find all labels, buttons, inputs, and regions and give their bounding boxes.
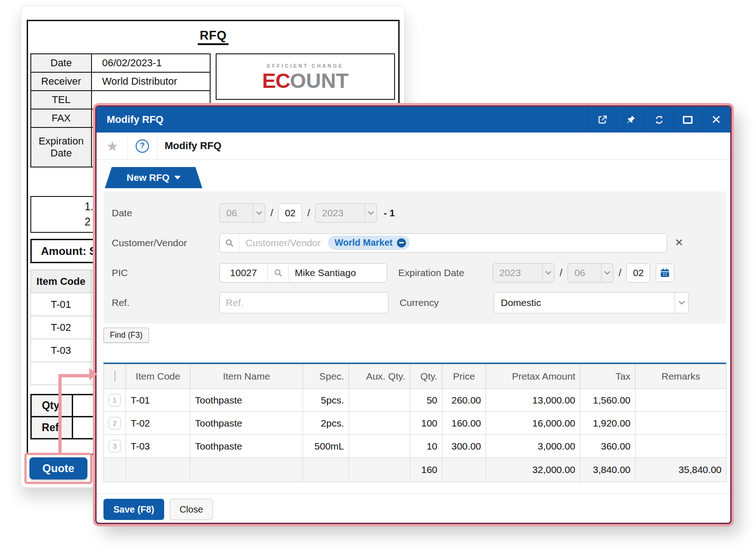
item-name-cell[interactable]: Toothpaste <box>190 412 303 435</box>
item-code-cell[interactable]: T-02 <box>126 412 190 435</box>
ref-input[interactable] <box>219 292 389 313</box>
tax-cell[interactable]: 1,920.00 <box>580 412 636 435</box>
aux-qty-cell[interactable] <box>349 435 410 458</box>
column-header-item-name: Item Name <box>190 364 303 389</box>
customer-vendor-placeholder: Customer/Vendor <box>246 237 321 248</box>
help-icon[interactable]: ? <box>136 139 149 153</box>
aux-qty-cell[interactable] <box>349 412 410 435</box>
price-cell[interactable]: 260.00 <box>442 389 486 412</box>
grid-row-2: 2 T-02 Toothpaste 2pcs. 100 160.00 16,00… <box>104 412 727 435</box>
header-divider <box>157 133 157 159</box>
annotation-arrow-head <box>89 368 97 380</box>
currency-select[interactable]: Domestic <box>494 292 689 313</box>
refresh-icon <box>654 115 664 125</box>
total-qty: 160 <box>410 458 442 482</box>
expiration-year-select[interactable]: 2023 <box>493 263 555 283</box>
row-number-cell: 3 <box>104 435 126 458</box>
remarks-cell[interactable] <box>636 389 727 412</box>
info-label: Expiration Date <box>31 127 92 167</box>
info-label: Receiver <box>31 72 92 91</box>
chevron-down-icon <box>675 293 688 313</box>
select-all-checkbox[interactable] <box>115 370 115 382</box>
logo-tagline: EFFICIENT CHANGE <box>267 63 344 69</box>
qty-label: Qty. <box>31 395 73 417</box>
pic-search-button[interactable] <box>268 264 289 282</box>
item-code-cell: T-02 <box>31 316 92 339</box>
row-number-badge[interactable]: 3 <box>109 440 121 452</box>
expiration-day-input[interactable]: 02 <box>626 263 650 283</box>
column-header-tax: Tax <box>580 364 636 389</box>
tax-cell[interactable]: 1,560.00 <box>580 389 636 412</box>
logo-wordmark-red: EC <box>262 69 290 92</box>
totals-empty-cell <box>126 458 190 482</box>
row-number-cell: 1 <box>104 389 126 412</box>
remove-tag-icon[interactable] <box>397 238 406 248</box>
item-name-cell[interactable]: Toothpaste <box>190 435 303 458</box>
chevron-down-icon <box>542 264 554 282</box>
column-header-remarks: Remarks <box>636 364 727 389</box>
item-code-cell[interactable]: T-03 <box>126 435 190 458</box>
price-cell[interactable]: 300.00 <box>442 435 486 458</box>
pic-row: PIC 10027 Mike Santiago Expiration Date … <box>112 258 726 288</box>
calendar-button[interactable] <box>656 264 674 282</box>
date-suffix: - 1 <box>384 208 395 219</box>
totals-empty-cell <box>442 458 486 482</box>
item-name-cell[interactable]: Toothpaste <box>190 389 303 412</box>
save-button[interactable]: Save (F8) <box>103 499 164 520</box>
row-number-badge[interactable]: 1 <box>109 394 121 406</box>
calendar-icon <box>659 267 670 278</box>
favorite-star-icon[interactable]: ★ <box>97 138 127 154</box>
spec-cell[interactable]: 500mL <box>303 435 349 458</box>
date-month-select[interactable]: 06 <box>219 203 265 223</box>
search-button[interactable] <box>220 234 239 252</box>
chevron-down-icon <box>253 204 265 222</box>
totals-empty-cell <box>349 458 410 482</box>
tab-new-rfq[interactable]: New RFQ <box>105 167 202 188</box>
document-title: RFQ <box>28 29 398 43</box>
close-button[interactable]: ✕ <box>702 107 730 133</box>
date-year-value: 2023 <box>315 208 365 219</box>
ref-label: Ref. <box>31 417 73 439</box>
tax-cell[interactable]: 360.00 <box>580 435 636 458</box>
pretax-amount-cell[interactable]: 16,000.00 <box>486 412 580 435</box>
quote-button[interactable]: Quote <box>29 457 87 479</box>
maximize-icon <box>683 116 693 124</box>
pretax-amount-cell[interactable]: 3,000.00 <box>486 435 580 458</box>
pin-button[interactable] <box>616 107 645 133</box>
spec-cell[interactable]: 2pcs. <box>303 412 349 435</box>
date-day-input[interactable]: 02 <box>278 203 302 223</box>
pic-code-input[interactable]: 10027 <box>220 264 268 282</box>
pretax-amount-cell[interactable]: 13,000.00 <box>486 389 580 412</box>
qty-cell[interactable]: 100 <box>410 412 442 435</box>
find-button[interactable]: Find (F3) <box>103 328 149 343</box>
search-icon <box>225 238 234 248</box>
maximize-button[interactable] <box>673 107 702 133</box>
row-number-badge[interactable]: 2 <box>109 417 121 429</box>
remarks-cell[interactable] <box>636 412 727 435</box>
qty-cell[interactable]: 50 <box>410 389 442 412</box>
remarks-cell[interactable] <box>636 435 727 458</box>
grid-header-row: Item Code Item Name Spec. Aux. Qty. Qty.… <box>104 364 727 389</box>
expiration-date-label: Expiration Date <box>398 267 493 278</box>
totals-empty-cell <box>303 458 349 482</box>
aux-qty-cell[interactable] <box>349 389 410 412</box>
expiration-year-value: 2023 <box>493 267 542 278</box>
item-code-cell[interactable]: T-01 <box>126 389 190 412</box>
expiration-month-select[interactable]: 06 <box>567 263 613 283</box>
refresh-button[interactable] <box>645 107 673 133</box>
spec-cell[interactable]: 5pcs. <box>303 389 349 412</box>
open-new-window-button[interactable] <box>588 107 616 133</box>
clear-field-icon[interactable]: ✕ <box>675 237 683 249</box>
qty-cell[interactable]: 10 <box>410 435 442 458</box>
customer-vendor-input[interactable]: Customer/Vendor World Market <box>219 233 667 253</box>
note-line: 1. <box>85 199 93 214</box>
pic-name-value[interactable]: Mike Santiago <box>289 267 387 278</box>
quote-button-highlight: Quote <box>24 453 92 484</box>
close-dialog-button[interactable]: Close <box>170 499 213 520</box>
date-year-select[interactable]: 2023 <box>315 203 377 223</box>
price-cell[interactable]: 160.00 <box>442 412 486 435</box>
header-divider <box>127 133 128 159</box>
document-title-text: RFQ <box>198 29 229 45</box>
close-icon: ✕ <box>711 114 722 126</box>
ecount-logo: EFFICIENT CHANGE ECOUNT <box>216 53 395 100</box>
